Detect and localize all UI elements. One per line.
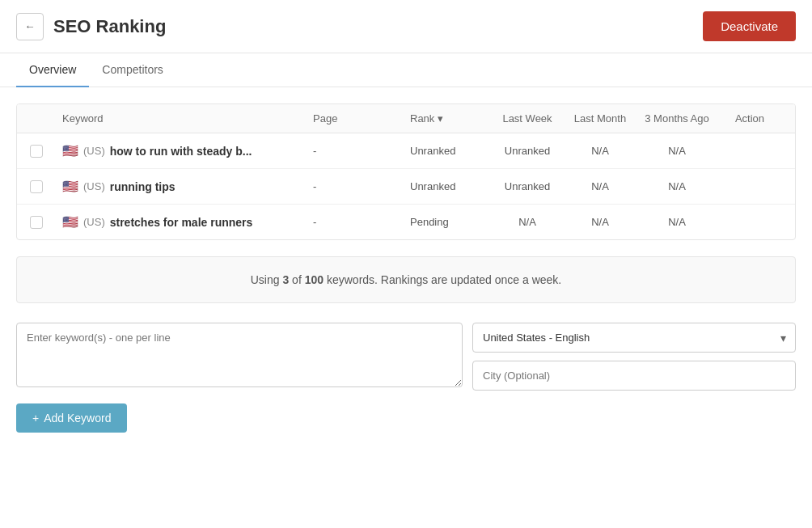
- back-icon: ←: [24, 20, 35, 32]
- deactivate-button[interactable]: Deactivate: [703, 11, 796, 41]
- country-label-2: (US): [83, 180, 105, 192]
- col-header-last-week: Last Week: [491, 112, 564, 125]
- city-input[interactable]: [472, 361, 796, 391]
- last-week-cell-3: N/A: [491, 216, 564, 228]
- col-header-keyword: Keyword: [62, 112, 313, 125]
- page-cell-2: -: [313, 180, 410, 192]
- locale-select[interactable]: United States - English United Kingdom -…: [472, 323, 796, 353]
- page-cell-1: -: [313, 145, 410, 157]
- page-container: ← SEO Ranking Deactivate Overview Compet…: [0, 0, 812, 528]
- info-suffix: keywords. Rankings are updated once a we…: [324, 273, 561, 286]
- col-header-page: Page: [313, 112, 410, 125]
- col-header-last-month: Last Month: [564, 112, 636, 125]
- header-left: ← SEO Ranking: [16, 13, 166, 40]
- table-row: 🇺🇸 (US) running tips - Unranked Unranked…: [17, 169, 795, 205]
- last-month-cell-3: N/A: [564, 216, 636, 228]
- rank-cell-3: Pending: [410, 216, 491, 228]
- last-month-cell-2: N/A: [564, 180, 636, 192]
- keyword-table: Keyword Page Rank ▾ Last Week Last Month…: [16, 103, 796, 240]
- keyword-cell-3: 🇺🇸 (US) stretches for male runners: [62, 214, 313, 230]
- info-prefix: Using: [251, 273, 283, 286]
- add-keyword-section: United States - English United Kingdom -…: [16, 323, 796, 433]
- three-months-cell-3: N/A: [636, 216, 717, 228]
- three-months-cell-1: N/A: [636, 145, 717, 157]
- sort-icon: ▾: [438, 112, 443, 125]
- three-months-cell-2: N/A: [636, 180, 717, 192]
- right-inputs: United States - English United Kingdom -…: [472, 323, 796, 391]
- checkbox-cell-2: [30, 180, 62, 193]
- info-total: 100: [305, 273, 324, 286]
- info-box: Using 3 of 100 keywords. Rankings are up…: [16, 256, 796, 303]
- table-row: 🇺🇸 (US) how to run with steady b... - Un…: [17, 133, 795, 169]
- keyword-text-3: stretches for male runners: [110, 216, 253, 229]
- last-week-cell-2: Unranked: [491, 180, 564, 192]
- header: ← SEO Ranking Deactivate: [0, 0, 812, 53]
- add-keyword-label: Add Keyword: [44, 412, 111, 425]
- table-row: 🇺🇸 (US) stretches for male runners - Pen…: [17, 205, 795, 239]
- add-keyword-icon: +: [32, 412, 39, 425]
- col-header-action: Action: [717, 112, 782, 125]
- country-label-1: (US): [83, 145, 105, 157]
- checkbox-cell-3: [30, 216, 62, 229]
- rank-cell-1: Unranked: [410, 145, 491, 157]
- flag-icon-3: 🇺🇸: [62, 214, 78, 230]
- tab-overview[interactable]: Overview: [16, 53, 89, 87]
- keyword-cell-2: 🇺🇸 (US) running tips: [62, 179, 313, 194]
- back-button[interactable]: ←: [16, 13, 44, 40]
- row-checkbox-3[interactable]: [30, 216, 43, 229]
- row-checkbox-2[interactable]: [30, 180, 43, 193]
- keyword-inputs: United States - English United Kingdom -…: [16, 323, 796, 391]
- keyword-text-2: running tips: [110, 180, 176, 193]
- last-month-cell-1: N/A: [564, 145, 636, 157]
- flag-icon-2: 🇺🇸: [62, 179, 78, 194]
- last-week-cell-1: Unranked: [491, 145, 564, 157]
- main-content: Keyword Page Rank ▾ Last Week Last Month…: [0, 87, 812, 449]
- flag-icon-1: 🇺🇸: [62, 143, 78, 158]
- country-label-3: (US): [83, 216, 105, 228]
- locale-select-wrapper: United States - English United Kingdom -…: [472, 323, 796, 353]
- rank-cell-2: Unranked: [410, 180, 491, 192]
- checkbox-cell-1: [30, 145, 62, 158]
- page-cell-3: -: [313, 216, 410, 228]
- info-separator: of: [289, 273, 304, 286]
- col-header-rank[interactable]: Rank ▾: [410, 112, 491, 125]
- row-checkbox-1[interactable]: [30, 145, 43, 158]
- tabs: Overview Competitors: [0, 53, 812, 87]
- tab-competitors[interactable]: Competitors: [89, 53, 176, 87]
- keyword-text-1: how to run with steady b...: [110, 145, 252, 158]
- table-header: Keyword Page Rank ▾ Last Week Last Month…: [17, 104, 795, 133]
- keyword-textarea[interactable]: [16, 323, 463, 387]
- col-header-three-months: 3 Months Ago: [636, 112, 717, 125]
- add-keyword-button[interactable]: + Add Keyword: [16, 403, 127, 433]
- keyword-cell-1: 🇺🇸 (US) how to run with steady b...: [62, 143, 313, 158]
- page-title: SEO Ranking: [53, 16, 166, 37]
